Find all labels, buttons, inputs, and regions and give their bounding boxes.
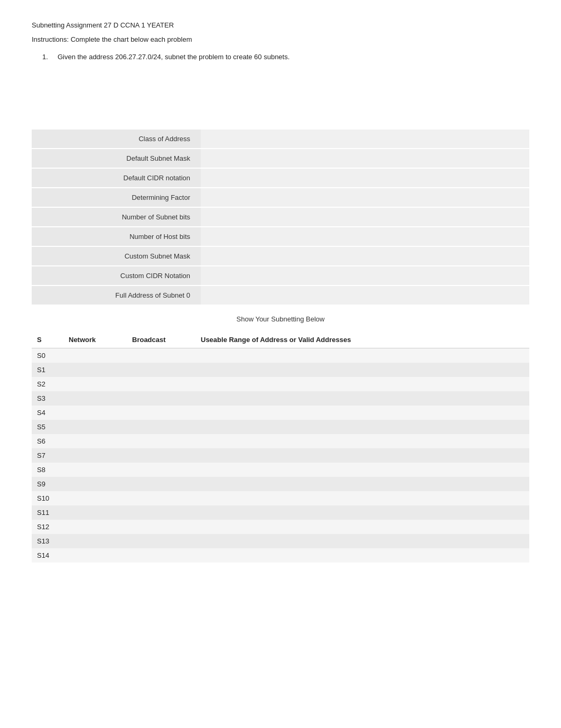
subnet-id: S13 (32, 534, 63, 548)
subnet-broadcast (127, 420, 195, 434)
subnet-broadcast (127, 377, 195, 391)
subnet-id: S5 (32, 420, 63, 434)
subnet-network (63, 477, 127, 491)
subnet-broadcast (127, 391, 195, 406)
subnet-broadcast (127, 463, 195, 477)
subnet-network (63, 434, 127, 448)
subnet-broadcast (127, 548, 195, 563)
subnet-range (195, 477, 529, 491)
subnet-range (195, 463, 529, 477)
info-value (201, 130, 529, 149)
table-row: S13 (32, 534, 529, 548)
problem-text: Given the address 206.27.27.0/24, subnet… (58, 53, 289, 61)
problem-number: 1. (42, 53, 48, 61)
table-row: S14 (32, 548, 529, 563)
subnet-broadcast (127, 434, 195, 448)
table-row: S9 (32, 477, 529, 491)
info-label: Custom Subnet Mask (32, 246, 201, 266)
info-label: Default CIDR notation (32, 168, 201, 188)
info-value (201, 207, 529, 227)
page-title: Subnetting Assignment 27 D CCNA 1 YEATER (32, 21, 529, 29)
subnet-network (63, 420, 127, 434)
problem-statement: 1. Given the address 206.27.27.0/24, sub… (42, 53, 529, 61)
table-row: S5 (32, 420, 529, 434)
subnet-network (63, 391, 127, 406)
subnet-range (195, 348, 529, 363)
subnet-range (195, 434, 529, 448)
subnet-range (195, 363, 529, 377)
info-table: Class of AddressDefault Subnet MaskDefau… (32, 130, 529, 306)
subnet-id: S2 (32, 377, 63, 391)
info-row: Custom CIDR Notation (32, 266, 529, 285)
info-value (201, 285, 529, 305)
subnet-network (63, 520, 127, 534)
subnet-range (195, 420, 529, 434)
info-label: Number of Host bits (32, 227, 201, 246)
subnet-range (195, 448, 529, 463)
subnet-network (63, 363, 127, 377)
subnet-broadcast (127, 491, 195, 505)
subnet-id: S4 (32, 406, 63, 420)
table-row: S12 (32, 520, 529, 534)
subnet-range (195, 520, 529, 534)
subnet-broadcast (127, 363, 195, 377)
info-label: Class of Address (32, 130, 201, 149)
subnet-network (63, 348, 127, 363)
subnet-id: S3 (32, 391, 63, 406)
subnet-network (63, 406, 127, 420)
show-subnetting-label: Show Your Subnetting Below (32, 311, 529, 329)
info-label: Number of Subnet bits (32, 207, 201, 227)
info-row: Custom Subnet Mask (32, 246, 529, 266)
subnet-id: S14 (32, 548, 63, 563)
info-row: Full Address of Subnet 0 (32, 285, 529, 305)
subnet-id: S0 (32, 348, 63, 363)
info-value (201, 188, 529, 207)
subnet-range (195, 377, 529, 391)
subnet-network (63, 448, 127, 463)
info-row: Number of Host bits (32, 227, 529, 246)
subnet-network (63, 377, 127, 391)
subnet-id: S9 (32, 477, 63, 491)
subnet-broadcast (127, 448, 195, 463)
table-row: S4 (32, 406, 529, 420)
subnet-broadcast (127, 477, 195, 491)
subnet-id: S8 (32, 463, 63, 477)
subnet-range (195, 548, 529, 563)
table-row: S1 (32, 363, 529, 377)
info-row: Number of Subnet bits (32, 207, 529, 227)
subnet-id: S11 (32, 505, 63, 520)
table-row: S0 (32, 348, 529, 363)
table-row: S6 (32, 434, 529, 448)
subnet-table: S Network Broadcast Useable Range of Add… (32, 331, 529, 563)
subnet-id: S10 (32, 491, 63, 505)
subnet-network (63, 463, 127, 477)
info-label: Default Subnet Mask (32, 149, 201, 168)
table-row: S2 (32, 377, 529, 391)
subnet-broadcast (127, 406, 195, 420)
subnet-network (63, 534, 127, 548)
info-row: Default CIDR notation (32, 168, 529, 188)
instructions: Instructions: Complete the chart below e… (32, 35, 529, 43)
subnet-broadcast (127, 534, 195, 548)
col-header-s: S (32, 331, 63, 348)
info-row: Class of Address (32, 130, 529, 149)
subnet-network (63, 505, 127, 520)
table-row: S7 (32, 448, 529, 463)
info-value (201, 246, 529, 266)
subnet-network (63, 491, 127, 505)
info-value (201, 149, 529, 168)
subnet-id: S1 (32, 363, 63, 377)
subnet-range (195, 534, 529, 548)
table-row: S3 (32, 391, 529, 406)
col-header-network: Network (63, 331, 127, 348)
subnet-broadcast (127, 520, 195, 534)
table-row: S11 (32, 505, 529, 520)
subnet-id: S6 (32, 434, 63, 448)
subnet-range (195, 391, 529, 406)
subnet-range (195, 505, 529, 520)
subnet-broadcast (127, 348, 195, 363)
subnet-network (63, 548, 127, 563)
info-label: Determining Factor (32, 188, 201, 207)
info-label: Custom CIDR Notation (32, 266, 201, 285)
subnet-broadcast (127, 505, 195, 520)
